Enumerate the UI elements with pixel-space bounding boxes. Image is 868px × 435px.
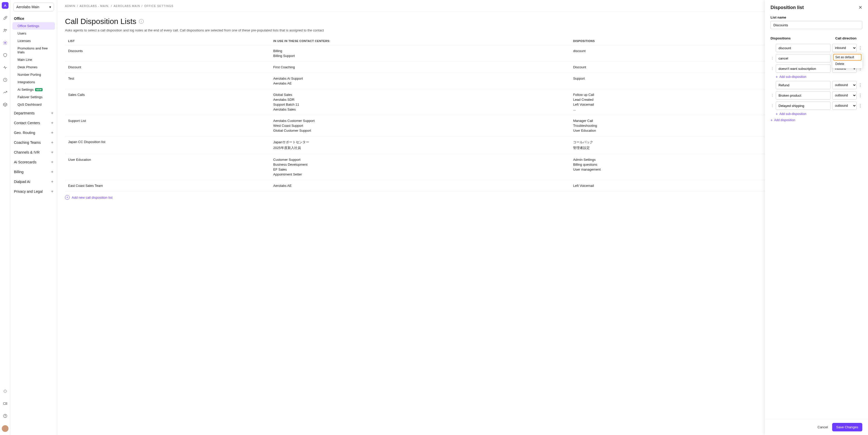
row-menu-popup: Set as defaultDelete <box>832 53 863 69</box>
disposition-name-input[interactable] <box>776 91 831 99</box>
table-row[interactable]: Support ListAerolabs Customer SupportWes… <box>65 115 860 136</box>
plus-icon: + <box>776 112 778 116</box>
rocket-icon[interactable] <box>2 15 8 21</box>
box-icon[interactable] <box>2 102 8 108</box>
direction-select[interactable]: inboundoutbound <box>832 81 857 89</box>
settings-icon[interactable] <box>2 40 8 46</box>
breadcrumb-segment[interactable]: AEROLABS - MAIN. <box>80 4 110 7</box>
sidebar-item[interactable]: QoS Dashboard <box>10 101 57 108</box>
list-name-label: List name <box>771 15 862 19</box>
cell-list: User Education <box>68 158 273 176</box>
clock-icon[interactable] <box>2 77 8 83</box>
sidebar-section[interactable]: Channels & IVR+ <box>10 147 57 157</box>
add-disposition-link[interactable]: + Add disposition <box>771 118 862 122</box>
disposition-name-input[interactable] <box>776 54 831 62</box>
kebab-icon[interactable]: ⋮ <box>858 45 862 51</box>
sidebar-item[interactable]: Main Line <box>10 56 57 63</box>
sidebar-item[interactable]: Failover Settings <box>10 93 57 101</box>
drag-handle-icon[interactable]: ⋮⋮ <box>771 93 774 97</box>
drag-handle-icon[interactable]: ⋮⋮ <box>771 56 774 60</box>
sidebar-item[interactable]: Desk Phones <box>10 63 57 71</box>
sub-disposition-row: ⋮⋮inboundoutbound⋮ <box>771 102 862 110</box>
close-icon[interactable]: ✕ <box>859 5 862 10</box>
sidebar-section[interactable]: Contact Centers+ <box>10 118 57 128</box>
sidebar-item-label: Number Porting <box>18 73 41 76</box>
sidebar-section[interactable]: Privacy and Legal+ <box>10 187 57 196</box>
sidebar-section-label: Privacy and Legal <box>14 190 42 194</box>
sidebar-item[interactable]: Office Settings <box>12 22 55 30</box>
direction-select[interactable]: inboundoutbound <box>832 44 857 52</box>
breadcrumb-segment[interactable]: AEROLABS MAIN <box>114 4 140 7</box>
breadcrumb-segment[interactable]: OFFICE SETTINGS <box>144 4 173 7</box>
disposition-name-input[interactable] <box>776 81 831 89</box>
sidebar-section[interactable]: Billing+ <box>10 167 57 177</box>
table-row[interactable]: TestAerolabs Ai SupportAerolabs AESuppor… <box>65 73 860 89</box>
info-icon[interactable]: i <box>139 19 144 24</box>
list-name-input[interactable] <box>771 21 862 29</box>
save-button[interactable]: Save Changes <box>832 423 862 431</box>
cancel-button[interactable]: Cancel <box>817 425 828 429</box>
add-sub-disposition-link[interactable]: +Add sub-disposition <box>776 75 862 79</box>
sidebar-item[interactable]: Users <box>10 30 57 37</box>
direction-select[interactable]: inboundoutbound <box>832 102 857 110</box>
drag-handle-icon[interactable]: ⋮⋮ <box>771 104 774 108</box>
direction-select[interactable]: inboundoutbound <box>832 91 857 99</box>
avatar[interactable] <box>2 425 8 432</box>
table-row[interactable]: Sales CallsGlobal SalesAerolabs SDRSuppo… <box>65 89 860 115</box>
pulse-icon[interactable] <box>2 64 8 71</box>
kebab-icon[interactable]: ⋮ <box>858 103 862 108</box>
sidebar-section[interactable]: Dialpad Ai+ <box>10 177 57 187</box>
direction-col-label: Call direction <box>835 36 862 40</box>
plus-icon: + <box>51 130 53 135</box>
sidebar-item[interactable]: Promotions and free trials <box>10 44 57 56</box>
shield-icon[interactable] <box>2 52 8 58</box>
office-selector[interactable]: Aerolabs Main ▾ <box>13 3 54 11</box>
plus-icon: + <box>51 121 53 125</box>
cell-centers: Aerolabs AE <box>273 184 573 188</box>
sidebar-section-label: Coaching Teams <box>14 140 41 144</box>
video-icon[interactable] <box>2 400 8 407</box>
help-icon[interactable] <box>2 413 8 419</box>
trend-icon[interactable] <box>2 89 8 95</box>
add-sub-label: Add sub-disposition <box>779 112 806 116</box>
plus-icon: + <box>771 118 773 122</box>
kebab-icon[interactable]: ⋮ <box>858 93 862 98</box>
cell-centers: Global SalesAerolabs SDRSupport Batch 11… <box>273 93 573 111</box>
sparkle-icon[interactable] <box>2 388 8 394</box>
table-row[interactable]: DiscountFirst CoachingDiscount <box>65 62 860 73</box>
sidebar-section[interactable]: Departments+ <box>10 108 57 118</box>
drag-handle-icon[interactable]: ⋮⋮ <box>771 66 774 71</box>
add-sub-disposition-link[interactable]: +Add sub-disposition <box>776 112 862 116</box>
sidebar-item-label: QoS Dashboard <box>18 103 41 106</box>
sidebar-item[interactable]: Integrations <box>10 78 57 86</box>
add-disposition-list-link[interactable]: + Add new call disposition list <box>65 195 860 200</box>
table-row[interactable]: User EducationCustomer SupportBusiness D… <box>65 154 860 180</box>
add-sub-label: Add sub-disposition <box>779 75 806 78</box>
table-row[interactable]: East Coast Sales TeamAerolabs AELeft Voi… <box>65 180 860 192</box>
disposition-name-input[interactable] <box>776 64 831 73</box>
disposition-row: ⋮⋮inboundoutbound⋮Set as defaultDelete <box>771 44 862 52</box>
plus-icon: + <box>65 195 70 200</box>
disposition-table: LIST IN USE IN THESE CONTACT CENTERS: DI… <box>65 37 860 192</box>
cell-list: East Coast Sales Team <box>68 184 273 188</box>
menu-delete[interactable]: Delete <box>833 61 862 67</box>
app-logo <box>2 2 8 9</box>
sidebar-item[interactable]: Number Porting <box>10 71 57 78</box>
sub-disposition-row: ⋮⋮inboundoutbound⋮ <box>771 91 862 99</box>
sidebar-section[interactable]: Geo. Routing+ <box>10 128 57 138</box>
sidebar-item[interactable]: Ai SettingsNEW <box>10 86 57 93</box>
disposition-name-input[interactable] <box>776 44 831 52</box>
sidebar-section[interactable]: Ai Scorecards+ <box>10 157 57 167</box>
table-row[interactable]: DiscountsBillingBilling Supportdiscount <box>65 45 860 62</box>
menu-set-default[interactable]: Set as default <box>833 54 862 61</box>
cell-centers: Aerolabs Customer SupportWest Coast Supp… <box>273 119 573 132</box>
plus-icon: + <box>51 179 53 184</box>
sidebar-item[interactable]: Licenses <box>10 37 57 44</box>
table-row[interactable]: Japan CC Disposition listJapanサポートセンター20… <box>65 136 860 154</box>
sidebar-section-label: Departments <box>14 111 35 115</box>
breadcrumb-segment[interactable]: ADMIN <box>65 4 75 7</box>
users-icon[interactable] <box>2 27 8 34</box>
kebab-icon[interactable]: ⋮ <box>858 83 862 88</box>
disposition-name-input[interactable] <box>776 102 831 110</box>
sidebar-section[interactable]: Coaching Teams+ <box>10 138 57 147</box>
